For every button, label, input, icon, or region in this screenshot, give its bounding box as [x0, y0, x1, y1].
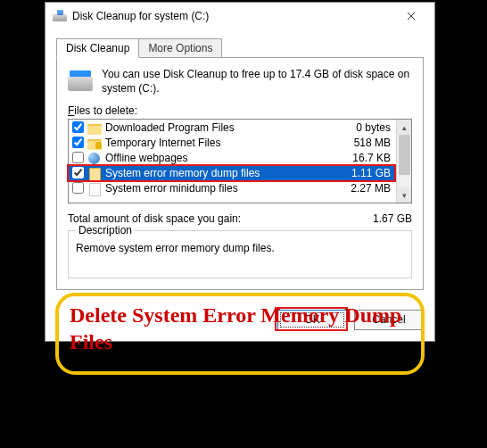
files-to-delete-label: Files to delete:	[68, 104, 412, 117]
tab-more-options[interactable]: More Options	[138, 38, 222, 58]
file-size: 16.7 KB	[341, 152, 394, 164]
file-list-item[interactable]: Temporary Internet Files518 MB	[69, 135, 396, 150]
total-label: Total amount of disk space you gain:	[68, 212, 241, 225]
file-list-item[interactable]: Offline webpages16.7 KB	[69, 150, 396, 165]
file-label: Offline webpages	[105, 152, 341, 164]
button-row: OK Cancel	[45, 301, 434, 341]
lockfolder-icon	[87, 137, 102, 149]
file-sel-icon	[87, 167, 102, 179]
file-label: Temporary Internet Files	[105, 137, 341, 149]
file-checkbox[interactable]	[72, 182, 84, 194]
file-list-item[interactable]: Downloaded Program Files0 bytes	[69, 120, 396, 135]
total-value: 1.67 GB	[373, 212, 412, 225]
scroll-up-button[interactable]: ▴	[397, 120, 411, 135]
file-size: 1.11 GB	[341, 167, 394, 179]
window-title: Disk Cleanup for system (C:)	[72, 10, 391, 22]
file-list-item[interactable]: System error memory dump files1.11 GB	[69, 165, 396, 180]
close-button[interactable]	[391, 3, 431, 29]
file-label: Downloaded Program Files	[105, 121, 341, 134]
file-checkbox[interactable]	[72, 137, 84, 148]
scroll-thumb[interactable]	[399, 135, 410, 175]
scrollbar[interactable]: ▴ ▾	[396, 120, 411, 203]
dialog-body: Disk Cleanup More Options You can use Di…	[45, 29, 434, 301]
file-icon	[87, 182, 102, 195]
file-size: 518 MB	[341, 137, 394, 149]
disk-cleanup-icon	[53, 9, 67, 23]
ok-button[interactable]: OK	[277, 310, 347, 330]
tab-disk-cleanup[interactable]: Disk Cleanup	[56, 38, 139, 58]
cancel-button[interactable]: Cancel	[354, 310, 424, 330]
file-checkbox[interactable]	[72, 152, 84, 163]
file-label: System error memory dump files	[105, 167, 341, 179]
file-checkbox[interactable]	[72, 167, 84, 178]
file-size: 2.27 MB	[341, 182, 394, 195]
file-list[interactable]: Downloaded Program Files0 bytesTemporary…	[68, 119, 412, 203]
file-size: 0 bytes	[341, 121, 394, 134]
tab-strip: Disk Cleanup More Options	[56, 38, 424, 58]
description-group: Description Remove system error memory d…	[68, 230, 412, 278]
file-list-item[interactable]: System error minidump files2.27 MB	[69, 180, 396, 195]
file-checkbox[interactable]	[72, 121, 84, 133]
titlebar[interactable]: Disk Cleanup for system (C:)	[45, 3, 434, 29]
scroll-down-button[interactable]: ▾	[397, 187, 411, 203]
file-label: System error minidump files	[105, 182, 341, 195]
description-text: Remove system error memory dump files.	[76, 242, 404, 263]
tab-panel-disk-cleanup: You can use Disk Cleanup to free up to 1…	[56, 57, 424, 290]
disk-icon	[68, 69, 93, 94]
dialog-window: Disk Cleanup for system (C:) Disk Cleanu…	[45, 2, 435, 342]
folder-icon	[87, 121, 102, 134]
scroll-track[interactable]	[397, 135, 411, 187]
cleanup-summary-text: You can use Disk Cleanup to free up to 1…	[102, 67, 412, 95]
globe-icon	[87, 152, 102, 164]
description-legend: Description	[76, 224, 135, 236]
